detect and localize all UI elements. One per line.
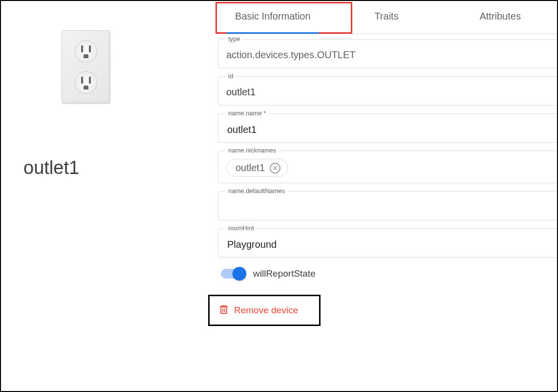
field-name-name[interactable]: name.name *: [218, 113, 557, 143]
field-name-name-input[interactable]: [226, 124, 549, 136]
tab-basic-information[interactable]: Basic Information: [216, 1, 330, 34]
field-name-defaultnames[interactable]: name.defaultNames: [218, 191, 557, 220]
device-detail-main: Basic Information Traits Attributes type…: [216, 1, 557, 391]
highlight-remove-device: Remove device: [208, 295, 321, 326]
nickname-chip[interactable]: outlet1: [226, 159, 288, 177]
device-sidebar: outlet1: [1, 1, 216, 391]
toggle-willreportstate-label: willReportState: [253, 268, 316, 279]
trash-icon: [218, 304, 229, 317]
device-title: outlet1: [23, 157, 196, 178]
remove-device-button[interactable]: Remove device: [210, 300, 307, 321]
field-roomhint-label: roomHint: [225, 224, 257, 232]
toggle-willreportstate[interactable]: [221, 269, 244, 279]
tab-traits[interactable]: Traits: [330, 1, 444, 34]
toggle-willreportstate-row: willReportState: [221, 268, 557, 279]
field-name-defaultnames-label: name.defaultNames: [225, 187, 288, 195]
field-name-nicknames[interactable]: name.nicknames outlet1: [218, 151, 557, 183]
field-roomhint-input[interactable]: [226, 239, 549, 251]
chip-remove-icon[interactable]: [270, 163, 280, 174]
outlet-icon: [62, 30, 110, 104]
remove-device-label: Remove device: [234, 305, 298, 316]
field-type-label: type: [225, 35, 243, 43]
field-roomhint[interactable]: roomHint: [218, 228, 557, 258]
svg-rect-2: [221, 306, 227, 313]
field-id[interactable]: id outlet1: [218, 76, 557, 106]
tabs: Basic Information Traits Attributes: [216, 1, 557, 34]
nickname-chip-label: outlet1: [236, 162, 265, 174]
field-id-label: id: [225, 72, 236, 80]
tab-attributes[interactable]: Attributes: [443, 1, 557, 34]
field-id-value: outlet1: [226, 87, 549, 98]
field-name-name-label: name.name *: [225, 109, 269, 117]
field-type-value: action.devices.types.OUTLET: [226, 49, 549, 61]
field-name-nicknames-label: name.nicknames: [225, 147, 279, 154]
field-type[interactable]: type action.devices.types.OUTLET: [218, 39, 557, 68]
